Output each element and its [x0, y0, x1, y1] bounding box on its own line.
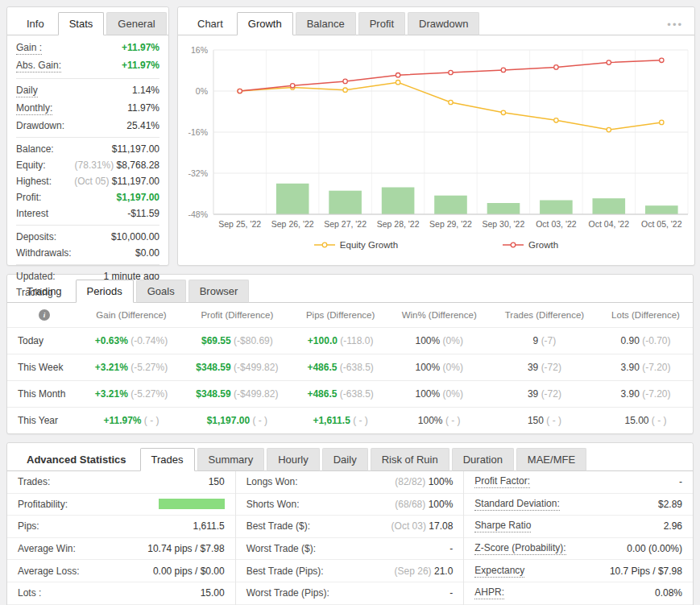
profit-value: $69.55 — [201, 335, 231, 346]
stat-label-abs-gain[interactable]: Abs. Gain: — [16, 60, 61, 73]
tab-growth[interactable]: Growth — [237, 12, 293, 35]
stat-prefix: (Oct 05) — [74, 176, 109, 187]
stat-label-drawdown: Drawdown: — [16, 120, 64, 131]
tab-stats[interactable]: Stats — [58, 12, 105, 35]
tab-daily[interactable]: Daily — [322, 448, 368, 471]
svg-text:Sep 26, '22: Sep 26, '22 — [271, 219, 314, 229]
lots-value: 3.90 — [620, 362, 639, 373]
pips-value: +100.0 — [308, 335, 338, 346]
adv-label-sharpe-ratio[interactable]: Sharpe Ratio — [474, 520, 531, 532]
col-header-win: Win% (Difference) — [388, 303, 491, 328]
trades-diff: (-72) — [541, 388, 561, 400]
gain-diff: (-5.27%) — [130, 362, 168, 373]
stat-value-monthly: 11.97% — [127, 102, 159, 114]
win-value: 100% — [416, 362, 441, 373]
svg-text:-48%: -48% — [188, 209, 208, 219]
adv-label-average-loss: Average Loss: — [18, 566, 80, 577]
lots-value: 0.90 — [620, 335, 639, 346]
page: Info Stats General Gain :+11.97% Abs. Ga… — [0, 0, 700, 605]
stat-value-profit: $1,197.00 — [117, 192, 159, 203]
adv-value-average-win: 10.74 pips / $7.98 — [147, 543, 224, 554]
advanced-col-1: Trades:150 Profitability: Pips:1,611.5 A… — [7, 471, 236, 605]
divider — [16, 225, 159, 226]
tab-trades[interactable]: Trades — [140, 448, 195, 471]
win-diff: (0%) — [443, 362, 463, 373]
tab-risk-of-ruin[interactable]: Risk of Ruin — [371, 448, 449, 471]
adv-label-ahpr[interactable]: AHPR: — [474, 586, 504, 599]
advanced-tabbar: Advanced Statistics Trades Summary Hourl… — [7, 443, 693, 471]
info-icon[interactable]: i — [39, 309, 50, 321]
trades-value: 9 — [533, 335, 539, 346]
stat-label-monthly[interactable]: Monthly: — [16, 102, 52, 115]
adv-value-lots: 15.00 — [201, 587, 225, 599]
tab-trading[interactable]: Trading — [15, 280, 73, 303]
stat-value-highest: (Oct 05) $11,197.00 — [74, 176, 159, 187]
tab-chart[interactable]: Chart — [186, 12, 234, 35]
stat-prefix: (78.31%) — [75, 160, 114, 171]
tab-browser[interactable]: Browser — [188, 280, 250, 303]
adv-value-trades: 150 — [209, 476, 225, 487]
gain-diff: (-5.27%) — [130, 388, 168, 400]
stat-label-interest: Interest — [16, 208, 48, 219]
legend-label: Equity Growth — [340, 240, 398, 250]
adv-label-standard-deviation[interactable]: Standard Deviation: — [474, 498, 559, 511]
pips-diff: ( - ) — [353, 415, 368, 426]
adv-value-profit-factor: - — [679, 476, 682, 487]
svg-text:Sep 25, '22: Sep 25, '22 — [218, 219, 261, 229]
svg-text:Oct 03, '22: Oct 03, '22 — [536, 219, 577, 229]
tab-profit[interactable]: Profit — [358, 12, 405, 35]
stat-value-withdrawals: $0.00 — [135, 247, 159, 259]
trades-value: 39 — [528, 362, 538, 373]
adv-label-lots: Lots : — [18, 587, 41, 599]
stat-value-daily: 1.14% — [132, 85, 159, 96]
table-row-this-year: This Year +11.97% ( - ) $1,197.00 ( - ) … — [7, 408, 693, 434]
tab-info[interactable]: Info — [15, 12, 56, 35]
profit-diff: (-$499.82) — [234, 388, 278, 400]
legend-equity-growth[interactable]: Equity Growth — [314, 240, 398, 250]
gain-diff: ( - ) — [144, 415, 159, 426]
tab-goals[interactable]: Goals — [136, 280, 186, 303]
adv-label-profit-factor[interactable]: Profit Factor: — [474, 475, 530, 488]
gain-value: +0.63% — [95, 335, 128, 346]
trades-diff: (-72) — [541, 362, 561, 373]
table-row-this-month: This Month +3.21% (-5.27%) $348.59 (-$49… — [7, 381, 693, 408]
pips-diff: (-118.0) — [340, 335, 373, 346]
gain-value: +3.21% — [95, 362, 128, 373]
tab-hourly[interactable]: Hourly — [267, 448, 320, 471]
tab-periods[interactable]: Periods — [76, 280, 134, 303]
win-diff: (0%) — [443, 388, 463, 400]
lots-value: 15.00 — [624, 415, 648, 426]
adv-label-worst-trade-pips: Worst Trade (Pips): — [246, 587, 329, 599]
stats-body: Gain :+11.97% Abs. Gain:+11.97% Daily1.1… — [7, 35, 168, 300]
adv-label-average-win: Average Win: — [18, 543, 76, 554]
gain-value: +3.21% — [95, 388, 128, 400]
tab-mae-mfe[interactable]: MAE/MFE — [516, 448, 586, 471]
profit-value: $348.59 — [196, 388, 230, 400]
tab-summary[interactable]: Summary — [197, 448, 265, 471]
stat-label-daily[interactable]: Daily — [16, 85, 38, 97]
legend-growth[interactable]: Growth — [503, 240, 558, 250]
trades-diff: (-7) — [541, 335, 557, 346]
trades-value: 150 — [528, 415, 544, 426]
tab-general[interactable]: General — [106, 12, 166, 35]
stat-label-profit: Profit: — [16, 192, 41, 203]
stat-value-drawdown: 25.41% — [126, 120, 159, 131]
advanced-stats-grid: Trades:150 Profitability: Pips:1,611.5 A… — [7, 471, 693, 605]
adv-label-z-score[interactable]: Z-Score (Probability): — [474, 542, 565, 555]
col-header-trades: Trades (Difference) — [491, 303, 599, 328]
adv-label-expectancy[interactable]: Expectancy — [474, 565, 524, 578]
tab-balance[interactable]: Balance — [296, 12, 356, 35]
periods-tabbar: Trading Periods Goals Browser — [7, 275, 693, 303]
lots-value: 3.90 — [620, 388, 639, 400]
pips-value: +486.5 — [307, 388, 337, 400]
pips-value: +1,611.5 — [313, 415, 350, 426]
adv-value-ahpr: 0.08% — [655, 587, 682, 599]
chart-menu-icon[interactable]: ••• — [664, 15, 686, 35]
stat-label-gain[interactable]: Gain : — [16, 42, 42, 55]
adv-value-longs-won: (82/82) 100% — [395, 476, 453, 487]
chart-legend: Equity Growth Growth — [178, 235, 694, 256]
adv-label-shorts-won: Shorts Won: — [246, 499, 300, 510]
tab-duration[interactable]: Duration — [452, 448, 514, 471]
tab-drawdown[interactable]: Drawdown — [408, 12, 479, 35]
adv-label-pips: Pips: — [18, 520, 39, 532]
